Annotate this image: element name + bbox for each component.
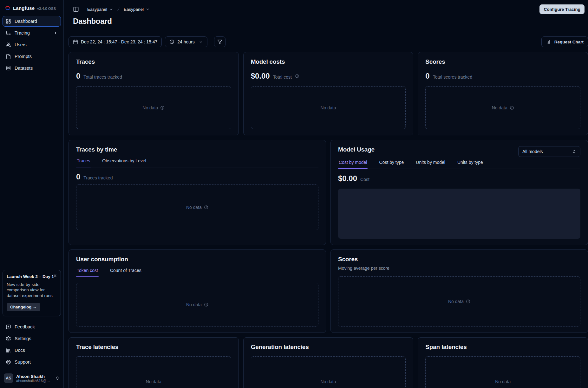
card-traces-by-time: Traces by time Traces Observations by Le… (69, 140, 326, 245)
sidebar-item-label: Docs (15, 348, 25, 353)
launch-week-title: Launch Week 2 – Day 1 (7, 274, 57, 279)
card-traces: Traces 0 Total traces tracked No data (69, 52, 239, 135)
card-title: Traces (76, 58, 231, 65)
sidebar-item-settings[interactable]: Settings (3, 333, 61, 344)
card-title: Span latencies (425, 344, 580, 351)
dashboard-grid: Traces 0 Total traces tracked No data Mo… (69, 52, 588, 388)
tab-count-of-traces[interactable]: Count of Traces (109, 268, 142, 277)
empty-state: No data (76, 356, 231, 388)
changelog-button[interactable]: Changelog → (7, 303, 40, 311)
empty-state: No data (251, 86, 406, 129)
sidebar-item-label: Datasets (15, 66, 33, 71)
card-scores: Scores 0 Total scores tracked No data (418, 52, 588, 135)
lifebuoy-icon (6, 359, 11, 365)
metric-value: 0 (425, 72, 429, 81)
card-model-usage: Model Usage All models Cost by model Cos… (330, 140, 588, 245)
langfuse-logo-icon (5, 6, 10, 10)
user-meta: Ahson Shaikh ahsonshaikh616@… (16, 374, 50, 383)
card-head: Model Usage All models (338, 146, 580, 157)
sidebar-toggle-button[interactable] (73, 6, 79, 12)
info-icon (204, 302, 208, 307)
date-range-picker[interactable]: Dec 22, 24 : 15:47 - Dec 23, 24 : 15:47 (69, 36, 162, 47)
empty-label: No data (495, 379, 511, 384)
card-title: Trace latencies (76, 344, 231, 351)
sidebar-item-label: Prompts (15, 54, 32, 59)
main-content: Easypanel Easypanel Configure Tracing Da… (64, 0, 588, 388)
sidebar-item-docs[interactable]: Docs (3, 345, 61, 356)
empty-state: No data (425, 86, 580, 129)
card-generation-latencies: Generation latencies No data (243, 337, 414, 388)
sidebar-item-label: Tracing (15, 30, 30, 36)
card-subtitle: Moving average per score (338, 266, 580, 271)
metric-label: Traces tracked (83, 175, 113, 180)
avatar: AS (4, 373, 13, 383)
sidebar-item-users[interactable]: Users (3, 39, 61, 50)
filter-icon (217, 39, 222, 44)
empty-state: No data (425, 356, 580, 388)
chevron-right-icon (53, 31, 58, 35)
list-tree-icon (6, 30, 11, 36)
tab-token-cost[interactable]: Token cost (76, 268, 99, 277)
metric-label: Total cost (273, 74, 292, 80)
model-select-value: All models (522, 149, 543, 154)
tab-units-by-type[interactable]: Units by type (457, 160, 484, 169)
interval-select[interactable]: 24 hours (165, 36, 207, 47)
empty-label: No data (186, 302, 202, 307)
tabs: Token cost Count of Traces (76, 268, 318, 277)
sidebar-item-support[interactable]: Support (3, 357, 61, 367)
brand: Langfuse v3.4.0 OSS (3, 0, 61, 16)
breadcrumb-separator (116, 7, 121, 12)
breadcrumb-org-label: Easypanel (87, 7, 107, 12)
users-icon (6, 42, 11, 48)
filter-button[interactable] (214, 36, 225, 47)
launch-week-body: New side-by-side comparison view for dat… (7, 282, 55, 299)
close-icon[interactable] (53, 274, 57, 278)
tab-cost-by-model[interactable]: Cost by model (338, 160, 368, 169)
sidebar-item-label: Support (15, 359, 31, 365)
breadcrumb-project[interactable]: Easypanel (124, 7, 150, 12)
metric: 0 Total traces tracked (76, 72, 231, 81)
message-plus-icon (6, 324, 11, 330)
sidebar-item-label: Settings (15, 336, 31, 341)
metric: $0.00 Cost (338, 174, 580, 183)
divider (69, 31, 588, 31)
sidebar-item-prompts[interactable]: Prompts (3, 51, 61, 62)
card-title: Generation latencies (251, 344, 406, 351)
breadcrumb-org[interactable]: Easypanel (87, 7, 113, 12)
tab-units-by-model[interactable]: Units by model (415, 160, 446, 169)
divider (83, 6, 83, 12)
date-range-label: Dec 22, 24 : 15:47 - Dec 23, 24 : 15:47 (81, 39, 157, 44)
page-title: Dashboard (69, 14, 588, 31)
metric-value: $0.00 (338, 174, 357, 183)
metric: 0 Traces tracked (76, 172, 318, 181)
card-title: Scores (338, 256, 580, 263)
metric-label: Total scores tracked (433, 74, 473, 80)
card-span-latencies: Span latencies No data (418, 337, 588, 388)
sidebar-spacer (3, 74, 61, 270)
request-chart-button[interactable]: Request Chart (541, 36, 588, 47)
sidebar-item-feedback[interactable]: Feedback (3, 321, 61, 332)
chevron-down-icon (109, 7, 113, 11)
card-title: Scores (425, 58, 580, 65)
tab-observations-by-level[interactable]: Observations by Level (101, 158, 147, 167)
file-icon (6, 54, 11, 59)
sidebar-item-datasets[interactable]: Datasets (3, 63, 61, 74)
tab-cost-by-type[interactable]: Cost by type (378, 160, 404, 169)
user-menu[interactable]: AS Ahson Shaikh ahsonshaikh616@… (3, 370, 61, 388)
breadcrumb-project-label: Easypanel (124, 7, 144, 12)
card-trace-latencies: Trace latencies No data (69, 337, 239, 388)
tab-traces[interactable]: Traces (76, 158, 91, 167)
chevron-down-icon (199, 40, 203, 44)
empty-state: No data (251, 356, 406, 388)
model-select[interactable]: All models (518, 146, 580, 157)
chevron-down-icon (146, 7, 150, 11)
empty-label: No data (320, 379, 336, 384)
empty-label: No data (142, 105, 158, 110)
sidebar-item-dashboard[interactable]: Dashboard (3, 16, 61, 27)
empty-state: No data (76, 283, 318, 327)
info-icon (204, 205, 208, 210)
toolbar: Dec 22, 24 : 15:47 - Dec 23, 24 : 15:47 … (69, 36, 588, 47)
configure-tracing-button[interactable]: Configure Tracing (539, 4, 585, 14)
sidebar-item-tracing[interactable]: Tracing (3, 28, 61, 38)
empty-state: No data (76, 86, 231, 129)
